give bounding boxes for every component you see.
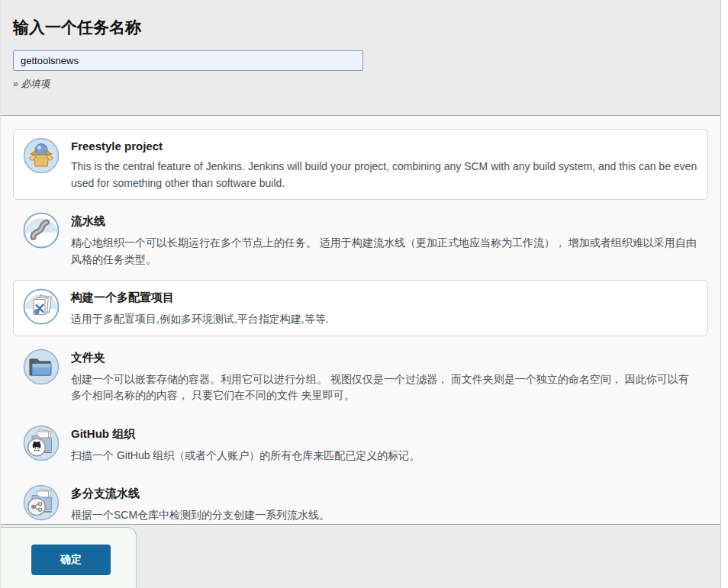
item-freestyle-project[interactable]: Freestyle project This is the central fe…	[13, 129, 708, 200]
ok-button[interactable]: 确定	[31, 545, 111, 575]
item-name-panel: 输入一个任务名称 » 必填项	[1, 0, 720, 116]
multibranch-pipeline-icon	[23, 484, 60, 521]
page-title: 输入一个任务名称	[13, 17, 708, 38]
item-title: Freestyle project	[71, 140, 698, 153]
item-github-organization[interactable]: GitHub 组织 扫描一个 GitHub 组织（或者个人账户）的所有仓库来匹配…	[13, 416, 708, 473]
item-folder[interactable]: 文件夹 创建一个可以嵌套存储的容器。利用它可以进行分组。 视图仅仅是一个过滤器，…	[13, 340, 708, 413]
item-description: 精心地组织一个可以长期运行在多个节点上的任务。 适用于构建流水线（更加正式地应当…	[71, 235, 698, 268]
item-description: 扫描一个 GitHub 组织（或者个人账户）的所有仓库来匹配已定义的标记。	[71, 448, 420, 464]
new-item-page: 输入一个任务名称 » 必填项 Freestyle project	[0, 0, 721, 588]
pipeline-icon	[23, 212, 60, 249]
item-description: 根据一个SCM仓库中检测到的分支创建一系列流水线。	[71, 507, 330, 524]
item-description: This is the central feature of Jenkins. …	[71, 159, 698, 191]
item-multi-configuration-project[interactable]: 构建一个多配置项目 适用于多配置项目,例如多环境测试,平台指定构建,等等.	[13, 280, 708, 336]
item-title: 文件夹	[71, 351, 698, 365]
item-pipeline[interactable]: 流水线 精心地组织一个可以长期运行在多个节点上的任务。 适用于构建流水线（更加正…	[13, 204, 708, 276]
item-description: 创建一个可以嵌套存储的容器。利用它可以进行分组。 视图仅仅是一个过滤器， 而文件…	[71, 371, 698, 404]
required-note: » 必填项	[13, 78, 708, 91]
bottom-bar: 确定	[1, 524, 720, 588]
github-organization-icon	[23, 425, 60, 461]
item-description: 适用于多配置项目,例如多环境测试,平台指定构建,等等.	[71, 311, 329, 328]
item-title: 流水线	[71, 214, 698, 229]
item-type-list: Freestyle project This is the central fe…	[1, 116, 720, 524]
item-title: 多分支流水线	[71, 487, 330, 501]
item-title: GitHub 组织	[71, 427, 420, 442]
freestyle-project-icon	[23, 137, 60, 174]
multi-configuration-icon	[23, 288, 60, 325]
item-multibranch-pipeline[interactable]: 多分支流水线 根据一个SCM仓库中检测到的分支创建一系列流水线。	[13, 476, 708, 524]
folder-icon	[23, 349, 60, 385]
item-title: 构建一个多配置项目	[71, 291, 329, 305]
bottom-bar-button-area: 确定	[1, 527, 137, 588]
item-name-input[interactable]	[13, 50, 363, 71]
